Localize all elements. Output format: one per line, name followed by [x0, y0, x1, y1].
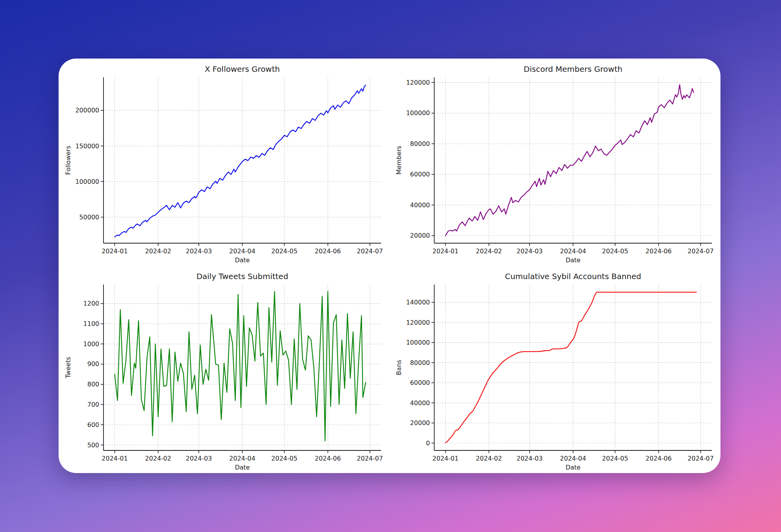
y-tick-label: 100000: [75, 178, 99, 185]
x-tick-label: 2024-05: [271, 455, 298, 462]
y-tick-label: 800: [87, 381, 99, 388]
x-tick-label: 2024-02: [476, 455, 502, 462]
x-tick-label: 2024-06: [315, 455, 341, 462]
x-tick-label: 2024-04: [560, 247, 586, 255]
x-tick-label: 2024-07: [357, 247, 383, 255]
y-tick-label: 1200: [83, 300, 99, 307]
discord-members-chart-canvas: 2024-012024-022024-032024-042024-052024-…: [389, 59, 720, 266]
y-tick-label: 80000: [410, 140, 430, 148]
gradient-background: 2024-012024-022024-032024-042024-052024-…: [0, 0, 781, 532]
chart-title: Daily Tweets Submitted: [196, 272, 288, 281]
x-tick-label: 2024-01: [432, 247, 458, 255]
y-tick-label: 150000: [75, 142, 99, 150]
y-tick-label: 1100: [83, 320, 99, 327]
x-followers-chart-canvas: 2024-012024-022024-032024-042024-052024-…: [59, 59, 389, 266]
x-tick-label: 2024-02: [476, 247, 502, 255]
y-tick-label: 100000: [406, 339, 430, 346]
chart-x-followers-growth: 2024-012024-022024-032024-042024-052024-…: [59, 59, 389, 266]
y-tick-label: 40000: [410, 399, 430, 407]
x-tick-label: 2024-04: [560, 455, 586, 462]
y-tick-label: 200000: [75, 107, 99, 114]
x-tick-label: 2024-05: [602, 455, 628, 462]
dashboard-card: 2024-012024-022024-032024-042024-052024-…: [59, 59, 720, 473]
y-tick-label: 60000: [410, 171, 430, 178]
chart-title: X Followers Growth: [205, 64, 280, 74]
x-tick-label: 2024-03: [517, 247, 543, 255]
y-tick-label: 60000: [410, 379, 430, 386]
x-tick-label: 2024-06: [645, 455, 672, 462]
sybil-bans-chart-canvas: 2024-012024-022024-032024-042024-052024-…: [389, 266, 720, 473]
y-tick-label: 20000: [410, 232, 430, 239]
x-axis-label: Date: [565, 256, 580, 264]
y-tick-label: 600: [87, 421, 99, 429]
y-tick-label: 1000: [83, 340, 99, 348]
y-tick-label: 140000: [406, 299, 430, 306]
x-tick-label: 2024-07: [357, 455, 383, 462]
x-tick-label: 2024-06: [315, 247, 341, 255]
x-tick-label: 2024-02: [145, 247, 171, 255]
chart-daily-tweets-submitted: 2024-012024-022024-032024-042024-052024-…: [59, 266, 389, 473]
y-tick-label: 50000: [79, 214, 99, 221]
y-tick-label: 100000: [406, 109, 430, 117]
y-tick-label: 20000: [410, 419, 430, 427]
x-tick-label: 2024-03: [186, 455, 212, 462]
y-axis-label: Followers: [64, 146, 72, 175]
x-tick-label: 2024-01: [102, 247, 128, 255]
x-tick-label: 2024-04: [229, 247, 255, 255]
y-tick-label: 40000: [410, 201, 430, 209]
chart-cumulative-sybil-bans: 2024-012024-022024-032024-042024-052024-…: [389, 266, 720, 473]
x-tick-label: 2024-07: [688, 455, 714, 462]
x-axis-label: Date: [235, 464, 250, 471]
x-tick-label: 2024-01: [102, 455, 128, 462]
chart-title: Cumulative Sybil Accounts Banned: [505, 272, 641, 281]
chart-discord-members-growth: 2024-012024-022024-032024-042024-052024-…: [389, 59, 720, 266]
daily-tweets-chart-canvas: 2024-012024-022024-032024-042024-052024-…: [59, 266, 389, 473]
y-tick-label: 500: [87, 441, 99, 449]
x-axis-label: Date: [235, 256, 250, 264]
series-line: [446, 85, 694, 236]
y-tick-label: 900: [87, 360, 99, 368]
x-tick-label: 2024-03: [186, 247, 212, 255]
y-axis-label: Members: [395, 146, 403, 174]
chart-title: Discord Members Growth: [524, 64, 622, 74]
x-tick-label: 2024-05: [602, 247, 628, 255]
y-tick-label: 80000: [410, 359, 430, 367]
x-axis-label: Date: [565, 464, 580, 471]
x-tick-label: 2024-06: [645, 247, 672, 255]
y-tick-label: 0: [426, 439, 430, 447]
x-tick-label: 2024-05: [271, 247, 298, 255]
x-tick-label: 2024-04: [229, 455, 255, 462]
y-tick-label: 700: [87, 401, 99, 408]
x-tick-label: 2024-02: [145, 455, 171, 462]
y-tick-label: 120000: [406, 79, 430, 86]
x-tick-label: 2024-03: [517, 455, 543, 462]
x-tick-label: 2024-01: [432, 455, 458, 462]
x-tick-label: 2024-07: [688, 247, 714, 255]
y-tick-label: 120000: [406, 319, 430, 326]
y-axis-label: Bans: [395, 360, 403, 375]
y-axis-label: Tweets: [64, 357, 72, 379]
